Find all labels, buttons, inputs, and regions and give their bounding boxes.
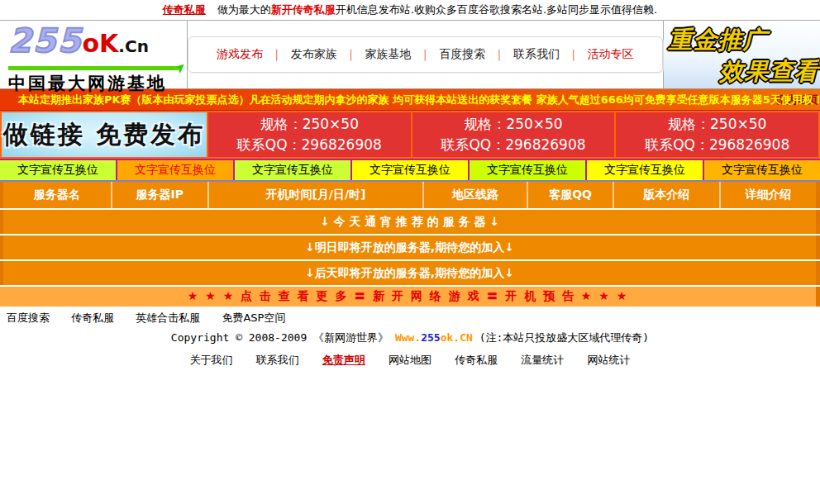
- ad-qq: 联系QQ：296826908: [645, 135, 789, 155]
- text-link-slot-6[interactable]: 文字宣传互换位: [587, 160, 703, 180]
- nav-item-contact-us[interactable]: 联系我们: [513, 47, 560, 60]
- ad-slot-1[interactable]: 规格：250×50 联系QQ：296826908: [208, 112, 411, 157]
- logo-digits: 255: [8, 21, 83, 59]
- nav-separator: ｜: [271, 47, 283, 60]
- bottom-links-row: 关于我们 联系我们 免责声明 网站地图 传奇私服 流量统计 网站统计: [0, 348, 820, 368]
- copyright-line: Copyright © 2008-2009 《新网游世界》 Www.255ok.…: [0, 328, 820, 348]
- top-text-2: 开机信息发布站.收购众多百度谷歌搜索名站.多站同步显示值得信赖.: [336, 3, 657, 16]
- text-link-exchange-row: 文字宣传互换位 文字宣传互换位 文字宣传互换位 文字宣传互换位 文字宣传互换位 …: [0, 159, 820, 182]
- banner-ads-row: 做链接 免费发布 规格：250×50 联系QQ：296826908 规格：250…: [0, 111, 820, 159]
- text-link-slot-5[interactable]: 文字宣传互换位: [470, 160, 585, 180]
- promo-banner[interactable]: 重金推广 效果查看: [664, 21, 820, 88]
- col-server-name: 服务器名: [3, 182, 112, 208]
- marquee-text: 本站定期推出家族PK赛（版本由玩家投票点选）凡在活动规定期内拿沙的家族 均可获得…: [18, 93, 820, 106]
- top-link-chuanqi[interactable]: 传奇私服: [163, 3, 206, 16]
- bottom-link-disclaimer[interactable]: 免责声明: [322, 354, 365, 366]
- logo-wordmark: 255oK.Cn: [8, 24, 182, 65]
- nav-item-baidu-search[interactable]: 百度搜索: [439, 47, 485, 60]
- text-link-slot-3[interactable]: 文字宣传互换位: [235, 160, 350, 180]
- main-nav: 游戏发布｜发布家族｜家族基地｜百度搜索｜联系我们｜活动专区: [188, 36, 663, 73]
- nav-separator: ｜: [568, 47, 579, 60]
- bottom-link-about[interactable]: 关于我们: [190, 354, 233, 366]
- copyright-site-cn[interactable]: CN: [460, 331, 473, 344]
- top-announcement-bar: 传奇私服做为最大的新开传奇私服开机信息发布站.收购众多百度谷歌搜索名站.多站同步…: [0, 0, 820, 20]
- ad-spec: 规格：250×50: [464, 114, 562, 135]
- col-version-intro: 版本介绍: [614, 182, 721, 208]
- free-link-banner[interactable]: 做链接 免费发布: [2, 112, 207, 157]
- text-link-slot-1[interactable]: 文字宣传互换位: [0, 160, 116, 180]
- logo-subtitle: 中国最大网游基地: [8, 72, 182, 95]
- ad-spec: 规格：250×50: [260, 114, 359, 135]
- nav-separator: ｜: [493, 47, 505, 60]
- server-row-today: ↓ 今 天 通 宵 推 荐 的 服 务 器 ↓: [0, 210, 820, 234]
- copyright-note: (注:本站只投放盛大区域代理传奇): [473, 331, 649, 344]
- bottom-link-sitemap[interactable]: 网站地图: [389, 354, 431, 366]
- site-logo[interactable]: 255oK.Cn 中国最大网游基地 ➤: [0, 21, 188, 88]
- copyright-site-ok[interactable]: ok.: [441, 331, 460, 344]
- promo-line1: 重金推广: [669, 24, 815, 57]
- text-link-slot-2[interactable]: 文字宣传互换位: [117, 160, 233, 180]
- copyright-site-num[interactable]: 255: [421, 331, 440, 344]
- server-row-day-after: ↓后天即将开放的服务器,期待您的加入↓: [0, 261, 820, 285]
- header-band: 255oK.Cn 中国最大网游基地 ➤ 游戏发布｜发布家族｜家族基地｜百度搜索｜…: [0, 20, 820, 89]
- ad-qq: 联系QQ：296826908: [237, 135, 382, 155]
- ad-spec: 规格：250×50: [668, 114, 766, 135]
- col-server-ip: 服务器IP: [112, 182, 209, 208]
- ad-slot-3[interactable]: 规格：250×50 联系QQ：296826908: [616, 112, 818, 157]
- col-service-qq: 客服QQ: [528, 182, 614, 208]
- bottom-link-chuanqi[interactable]: 传奇私服: [455, 354, 498, 366]
- nav-item-family-publish[interactable]: 发布家族: [291, 47, 337, 60]
- top-text-highlight: 新开传奇私服: [271, 3, 336, 16]
- bottom-link-traffic-stats[interactable]: 流量统计: [521, 354, 564, 366]
- free-link-banner-text: 做链接 免费发布: [3, 118, 205, 152]
- ad-slot-2[interactable]: 规格：250×50 联系QQ：296826908: [412, 112, 615, 157]
- view-more-bar[interactable]: ★ ★ ★ 点 击 查 看 更 多 〓 新 开 网 络 游 戏 〓 开 机 预 …: [0, 287, 820, 307]
- main-nav-area: 游戏发布｜发布家族｜家族基地｜百度搜索｜联系我们｜活动专区: [188, 21, 664, 88]
- nav-separator: ｜: [419, 47, 431, 60]
- footer-link-heji[interactable]: 英雄合击私服: [136, 311, 200, 324]
- nav-item-game-publish[interactable]: 游戏发布: [217, 47, 263, 60]
- footer-link-baidu[interactable]: 百度搜索: [7, 311, 50, 324]
- logo-cn: .Cn: [118, 36, 149, 56]
- logo-ok: oK: [83, 29, 119, 58]
- nav-separator: ｜: [346, 47, 357, 60]
- nav-item-family-base[interactable]: 家族基地: [365, 47, 411, 60]
- copyright-site-link[interactable]: Www.: [395, 331, 421, 344]
- copyright-text: Copyright © 2008-2009 《新网游世界》: [171, 331, 395, 344]
- footer-link-chuanqi[interactable]: 传奇私服: [71, 311, 114, 324]
- nav-item-activity-zone[interactable]: 活动专区: [588, 47, 634, 60]
- footer-link-asp[interactable]: 免费ASP空间: [222, 311, 285, 324]
- col-region-line: 地区线路: [424, 182, 528, 208]
- top-text-1: 做为最大的: [217, 3, 271, 16]
- server-table-header: 服务器名 服务器IP 开机时间[月/日/时] 地区线路 客服QQ 版本介绍 详细…: [0, 182, 820, 208]
- bottom-link-site-stats[interactable]: 网站统计: [587, 354, 630, 366]
- server-row-tomorrow: ↓明日即将开放的服务器,期待您的加入↓: [0, 235, 820, 259]
- text-link-slot-7[interactable]: 文字宣传互换位: [704, 160, 820, 180]
- promo-line2: 效果查看: [720, 55, 815, 88]
- col-detail-intro: 详细介绍: [721, 182, 816, 208]
- ad-qq: 联系QQ：296826908: [441, 135, 585, 155]
- text-link-slot-4[interactable]: 文字宣传互换位: [352, 160, 468, 180]
- logo-underline: [8, 66, 182, 70]
- bottom-link-contact[interactable]: 联系我们: [256, 354, 299, 366]
- footer-quick-links: 百度搜索 传奇私服 英雄合击私服 免费ASP空间: [0, 307, 820, 328]
- col-open-time: 开机时间[月/日/时]: [209, 182, 424, 208]
